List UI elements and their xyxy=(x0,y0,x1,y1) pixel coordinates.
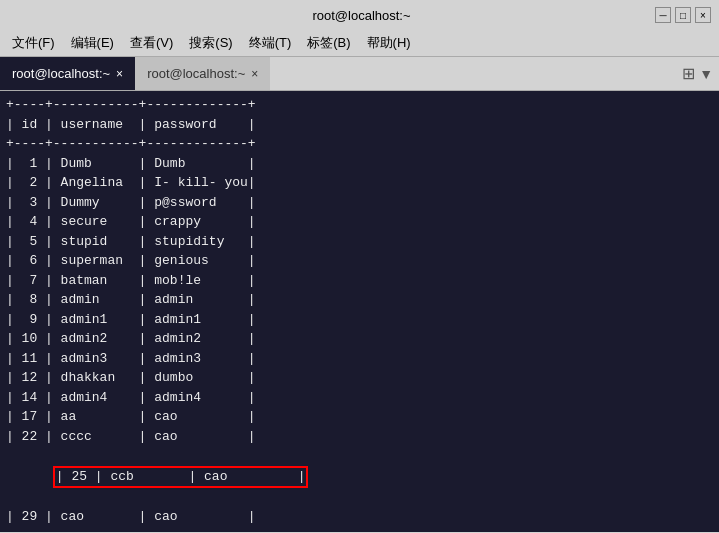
tab-2-label: root@localhost:~ xyxy=(147,66,245,81)
row-25: | 25 | ccb | cao | xyxy=(6,446,308,507)
row-3: | 3 | Dummy | p@ssword | xyxy=(6,193,713,213)
menu-view[interactable]: 查看(V) xyxy=(122,32,181,54)
close-button[interactable]: × xyxy=(695,7,711,23)
new-tab-icon[interactable]: ⊞ xyxy=(682,64,695,83)
tab-1-close[interactable]: × xyxy=(116,67,123,81)
menu-bar: 文件(F) 编辑(E) 查看(V) 搜索(S) 终端(T) 标签(B) 帮助(H… xyxy=(0,30,719,57)
row-1: | 1 | Dumb | Dumb | xyxy=(6,154,713,174)
row-17: | 17 | aa | cao | xyxy=(6,407,713,427)
row-9: | 9 | admin1 | admin1 | xyxy=(6,310,713,330)
window-title: root@localhost:~ xyxy=(68,8,655,23)
separator-bottom: +----+-----------+-------------+ xyxy=(6,527,713,532)
tab-1-label: root@localhost:~ xyxy=(12,66,110,81)
menu-tags[interactable]: 标签(B) xyxy=(299,32,358,54)
maximize-button[interactable]: □ xyxy=(675,7,691,23)
tab-2[interactable]: root@localhost:~ × xyxy=(135,57,270,90)
separator-top: +----+-----------+-------------+ xyxy=(6,95,713,115)
row-10: | 10 | admin2 | admin2 | xyxy=(6,329,713,349)
row-14: | 14 | admin4 | admin4 | xyxy=(6,388,713,408)
row-5: | 5 | stupid | stupidity | xyxy=(6,232,713,252)
menu-search[interactable]: 搜索(S) xyxy=(181,32,240,54)
dropdown-icon[interactable]: ▼ xyxy=(699,66,713,82)
tab-bar: root@localhost:~ × root@localhost:~ × ⊞ … xyxy=(0,57,719,91)
menu-help[interactable]: 帮助(H) xyxy=(359,32,419,54)
row-7: | 7 | batman | mob!le | xyxy=(6,271,713,291)
minimize-button[interactable]: ─ xyxy=(655,7,671,23)
row-8: | 8 | admin | admin | xyxy=(6,290,713,310)
menu-terminal[interactable]: 终端(T) xyxy=(241,32,300,54)
row-29: | 29 | cao | cao | xyxy=(6,507,713,527)
row-12: | 12 | dhakkan | dumbo | xyxy=(6,368,713,388)
row-6: | 6 | superman | genious | xyxy=(6,251,713,271)
tab-icons[interactable]: ⊞ ▼ xyxy=(676,57,719,90)
separator-header: +----+-----------+-------------+ xyxy=(6,134,713,154)
tab-2-close[interactable]: × xyxy=(251,67,258,81)
menu-file[interactable]: 文件(F) xyxy=(4,32,63,54)
title-bar: root@localhost:~ ─ □ × xyxy=(0,0,719,30)
row-4: | 4 | secure | crappy | xyxy=(6,212,713,232)
row-11: | 11 | admin3 | admin3 | xyxy=(6,349,713,369)
table-wrapper: +----+-----------+-------------+ | id | … xyxy=(6,95,713,532)
terminal-content: +----+-----------+-------------+ | id | … xyxy=(0,91,719,532)
table-header: | id | username | password | xyxy=(6,115,713,135)
row-2: | 2 | Angelina | I- kill- you| xyxy=(6,173,713,193)
window-controls[interactable]: ─ □ × xyxy=(655,7,711,23)
tab-spacer xyxy=(270,57,676,90)
highlighted-row-25: | 25 | ccb | cao | xyxy=(53,466,309,488)
row-22: | 22 | cccc | cao | xyxy=(6,427,713,447)
tab-1[interactable]: root@localhost:~ × xyxy=(0,57,135,90)
menu-edit[interactable]: 编辑(E) xyxy=(63,32,122,54)
